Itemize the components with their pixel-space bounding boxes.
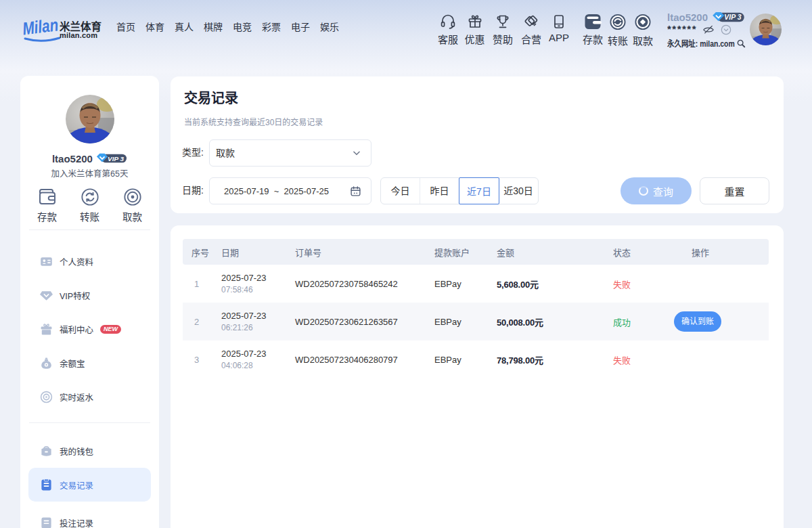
svg-text:VIP 3: VIP 3 xyxy=(108,155,124,162)
svg-text:Milan: Milan xyxy=(23,15,60,39)
svg-text:milan.com: milan.com xyxy=(60,31,97,39)
svg-text:VIP 3: VIP 3 xyxy=(724,14,741,21)
